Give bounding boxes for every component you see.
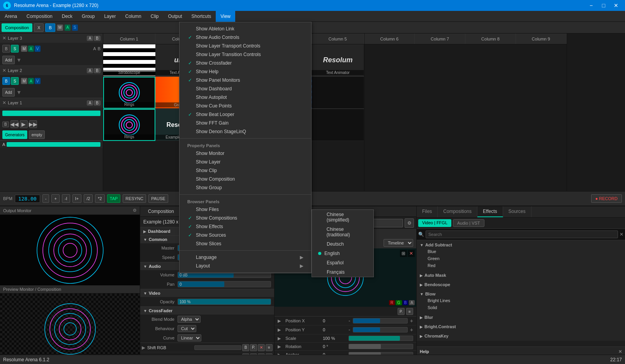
- vm-item-ableton-link[interactable]: Show Ableton Link: [180, 25, 311, 33]
- close-icon-2[interactable]: ✕: [2, 68, 6, 73]
- clip-preview-expand-btn[interactable]: ⊞: [400, 250, 407, 257]
- clip-rings-active[interactable]: Rings: [103, 77, 155, 109]
- vm-item-fft-gain[interactable]: Show FFT Gain: [180, 119, 311, 127]
- effect-shift-rgb-expand-icon[interactable]: ▶: [142, 345, 146, 350]
- effect-shift-rgb-p-btn[interactable]: P.: [250, 344, 257, 351]
- vm-item-show-clip[interactable]: Show Clip: [180, 166, 311, 175]
- layer-1-b-btn[interactable]: B: [94, 100, 100, 106]
- vm-item-audio-controls[interactable]: ✓ Show Audio Controls: [180, 33, 311, 42]
- param-position-x-slider[interactable]: [353, 318, 408, 324]
- param-position-y-slider[interactable]: [353, 327, 408, 332]
- bpm-plus-i-btn[interactable]: I+: [72, 194, 81, 203]
- menu-shortcuts[interactable]: Shortcuts: [187, 11, 216, 22]
- menu-composition[interactable]: Composition: [22, 11, 57, 22]
- clip-panel-settings-btn[interactable]: ⚙: [405, 218, 414, 228]
- vm-item-autopilot[interactable]: Show Autopilot: [180, 93, 311, 102]
- tab-files[interactable]: Files: [417, 206, 438, 217]
- comp-pan-slider[interactable]: 0: [178, 281, 271, 287]
- param-scale-expand-icon[interactable]: ▶: [278, 336, 283, 341]
- layer-2-b-toggle[interactable]: B: [2, 77, 10, 85]
- layer-3-dropdown-icon[interactable]: ▼: [16, 57, 22, 63]
- effect-item-solid[interactable]: Solid: [420, 304, 622, 311]
- vm-item-show-slices[interactable]: Show Slices: [180, 239, 311, 248]
- b-btn[interactable]: B: [45, 23, 55, 32]
- video-ffgl-tab[interactable]: Video | FFGL: [418, 219, 451, 227]
- vm-item-show-composition[interactable]: Show Composition: [180, 175, 311, 183]
- menu-arena[interactable]: Arena: [0, 11, 22, 22]
- clip-preview-close-btn[interactable]: ✕: [408, 250, 415, 257]
- param-rotation-slider[interactable]: [349, 344, 413, 349]
- vm-item-panel-monitors[interactable]: ✓ Show Panel Monitors: [180, 76, 311, 84]
- param-scale-slider[interactable]: [349, 336, 413, 341]
- col-header-6[interactable]: Column 6: [364, 33, 415, 44]
- col-header-8[interactable]: Column 8: [465, 33, 516, 44]
- comp-crossfader-header[interactable]: ▼ CrossFader: [140, 307, 274, 315]
- param-position-y-plus-btn[interactable]: +: [410, 327, 413, 333]
- col-header-9[interactable]: Column 9: [516, 33, 567, 44]
- vm-item-show-files[interactable]: Show Files: [180, 205, 311, 214]
- tab-sources[interactable]: Sources: [503, 206, 532, 217]
- tap-btn[interactable]: TAP: [107, 194, 121, 203]
- category-add-subtract-header[interactable]: ▼ Add Subtract: [420, 242, 622, 248]
- effect-shift-rgb-x-btn[interactable]: ✕: [258, 344, 265, 351]
- tab-compositions[interactable]: Compositions: [438, 206, 477, 217]
- layer-1-next-btn[interactable]: ▶▶: [29, 120, 37, 128]
- clip-text-resolum[interactable]: Resolum Text Animator: [312, 44, 364, 76]
- layer-2-a-btn[interactable]: A: [87, 68, 93, 73]
- layer-3-s-toggle[interactable]: S: [11, 45, 19, 53]
- layer-1-generators-btn[interactable]: Generators: [2, 130, 27, 139]
- category-bendoscope-header[interactable]: ▶ Bendoscope: [420, 281, 622, 288]
- layer-3-b-toggle[interactable]: B: [2, 45, 10, 53]
- menu-clip[interactable]: Clip: [146, 11, 164, 22]
- effect-item-red[interactable]: Red: [420, 262, 622, 269]
- effect-item-bright-lines[interactable]: Bright Lines: [420, 297, 622, 304]
- comp-curve-dropdown[interactable]: Linear: [178, 334, 201, 341]
- clip-stroboscope[interactable]: Stroboscope: [103, 44, 155, 76]
- param-position-x-expand-icon[interactable]: ▶: [278, 318, 283, 324]
- maximize-button[interactable]: □: [598, 2, 609, 9]
- effect-shift-rgb-slider[interactable]: [194, 345, 241, 350]
- effects-search-input[interactable]: [426, 230, 618, 238]
- layer-2-dropdown-icon[interactable]: ▼: [16, 89, 22, 95]
- lang-chinese-traditional[interactable]: Chinese (traditional): [312, 225, 373, 239]
- param-rotation-expand-icon[interactable]: ▶: [278, 344, 283, 349]
- clip-empty-4[interactable]: [312, 109, 364, 141]
- audio-vst-tab[interactable]: Audio | VST: [453, 219, 484, 227]
- tab-effects[interactable]: Effects: [477, 206, 503, 217]
- col-header-1[interactable]: Column 1: [103, 33, 155, 44]
- x-btn[interactable]: X: [34, 23, 44, 32]
- vm-item-show-sources[interactable]: ✓ Show Sources: [180, 231, 311, 239]
- vm-item-layout[interactable]: Layout ▶: [180, 262, 311, 270]
- vm-item-show-layer[interactable]: Show Layer: [180, 158, 311, 166]
- layer-1-play-btn[interactable]: ▶: [20, 120, 28, 128]
- menu-group[interactable]: Group: [77, 11, 99, 22]
- category-chromakey-header[interactable]: ▶ ChromaKey: [420, 333, 622, 339]
- lang-deutsch[interactable]: Deutsch: [312, 239, 373, 249]
- effect-shift-rgb-b-btn[interactable]: B: [242, 344, 249, 351]
- close-icon-1[interactable]: ✕: [2, 100, 6, 106]
- layer-3-b-btn[interactable]: B: [94, 36, 100, 41]
- pause-btn[interactable]: PAUSE: [148, 194, 168, 203]
- close-icon-3[interactable]: ✕: [2, 35, 6, 41]
- effect-item-blue[interactable]: Blue: [420, 248, 622, 255]
- menu-deck[interactable]: Deck: [57, 11, 77, 22]
- lang-english[interactable]: English: [312, 249, 373, 258]
- comp-opacity-slider[interactable]: 100 %: [178, 299, 271, 305]
- help-close-icon[interactable]: ✕: [618, 349, 622, 354]
- minimize-button[interactable]: −: [585, 2, 597, 9]
- composition-tab-btn[interactable]: Composition: [2, 23, 32, 32]
- output-monitor-settings-icon[interactable]: ⚙: [133, 208, 137, 213]
- bpm-plus-btn[interactable]: +: [51, 194, 59, 203]
- menu-view[interactable]: View: [216, 11, 235, 22]
- lang-chinese-simplified[interactable]: Chinese (simplified): [312, 210, 373, 225]
- menu-column[interactable]: Column: [120, 11, 146, 22]
- comp-behaviour-dropdown[interactable]: Cut: [178, 325, 196, 332]
- category-blow-header[interactable]: ▼ Blow: [420, 291, 622, 297]
- vm-item-cue-points[interactable]: Show Cue Points: [180, 102, 311, 110]
- effect-item-green[interactable]: Green: [420, 255, 622, 262]
- layer-1-prev-btn[interactable]: ◀◀: [11, 120, 18, 128]
- layer-2-s-toggle[interactable]: S: [11, 77, 19, 85]
- menu-output[interactable]: Output: [164, 11, 187, 22]
- clip-empty-1[interactable]: [312, 77, 364, 109]
- resync-btn[interactable]: RESYNC: [123, 194, 146, 203]
